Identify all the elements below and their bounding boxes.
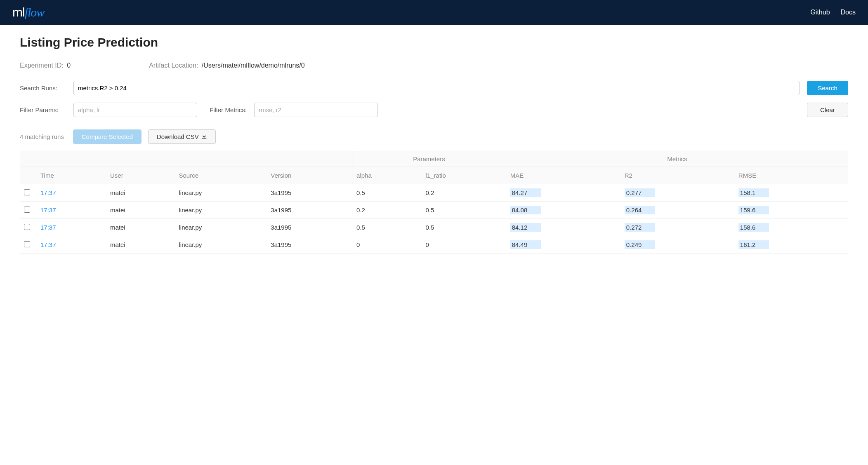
time-link[interactable]: 17:37 <box>40 207 56 214</box>
metric-value: 159.6 <box>738 206 769 214</box>
table-row: 17:37mateilinear.py3a19950.20.584.080.26… <box>20 202 848 219</box>
nav-link-docs[interactable]: Docs <box>841 9 856 16</box>
cell-time: 17:37 <box>36 219 106 236</box>
search-label: Search Runs: <box>20 85 66 92</box>
nav-link-github[interactable]: Github <box>810 9 830 16</box>
cell-alpha: 0.2 <box>352 202 422 219</box>
time-link[interactable]: 17:37 <box>40 241 56 248</box>
col-source[interactable]: Source <box>175 167 267 184</box>
cell-l1-ratio: 0.5 <box>422 202 506 219</box>
cell-l1-ratio: 0.5 <box>422 219 506 236</box>
page-title: Listing Price Prediction <box>20 35 848 49</box>
row-checkbox[interactable] <box>24 189 30 195</box>
col-time[interactable]: Time <box>36 167 106 184</box>
main-container: Listing Price Prediction Experiment ID: … <box>0 25 868 262</box>
metric-value: 0.272 <box>625 223 655 232</box>
col-group-blank <box>20 151 352 167</box>
cell-source: linear.py <box>175 184 267 202</box>
cell-source: linear.py <box>175 236 267 254</box>
row-checkbox-cell <box>20 219 36 236</box>
col-user[interactable]: User <box>106 167 175 184</box>
col-alpha[interactable]: alpha <box>352 167 422 184</box>
col-rmse[interactable]: RMSE <box>734 167 848 184</box>
cell-l1-ratio: 0.2 <box>422 184 506 202</box>
cell-r2: 0.272 <box>620 219 734 236</box>
cell-r2: 0.277 <box>620 184 734 202</box>
artifact-location-value: /Users/matei/mlflow/demo/mlruns/0 <box>202 62 305 69</box>
cell-r2: 0.264 <box>620 202 734 219</box>
cell-source: linear.py <box>175 202 267 219</box>
download-csv-button[interactable]: Download CSV <box>148 129 216 144</box>
metric-value: 84.08 <box>510 206 541 214</box>
matching-runs-count: 4 matching runs <box>20 133 64 140</box>
logo-text-flow: flow <box>25 5 45 19</box>
experiment-id: Experiment ID: 0 <box>20 62 71 69</box>
experiment-meta: Experiment ID: 0 Artifact Location: /Use… <box>20 62 848 69</box>
compare-selected-button[interactable]: Compare Selected <box>73 129 142 144</box>
cell-mae: 84.49 <box>506 236 620 254</box>
experiment-id-value: 0 <box>67 62 71 69</box>
cell-time: 17:37 <box>36 202 106 219</box>
metric-value: 158.6 <box>738 223 769 232</box>
search-button[interactable]: Search <box>807 81 848 95</box>
svg-rect-0 <box>202 138 206 139</box>
search-input[interactable] <box>73 81 800 95</box>
cell-l1-ratio: 0 <box>422 236 506 254</box>
table-row: 17:37mateilinear.py3a19950.50.284.270.27… <box>20 184 848 202</box>
col-l1-ratio[interactable]: l1_ratio <box>422 167 506 184</box>
filter-params-input[interactable] <box>73 103 197 117</box>
artifact-location-label: Artifact Location: <box>149 62 198 69</box>
row-checkbox[interactable] <box>24 207 30 213</box>
filter-metrics-input[interactable] <box>254 103 378 117</box>
table-row: 17:37mateilinear.py3a19950.50.584.120.27… <box>20 219 848 236</box>
row-checkbox[interactable] <box>24 224 30 230</box>
cell-mae: 84.27 <box>506 184 620 202</box>
cell-alpha: 0.5 <box>352 219 422 236</box>
cell-alpha: 0.5 <box>352 184 422 202</box>
download-icon <box>201 133 207 140</box>
cell-mae: 84.12 <box>506 219 620 236</box>
col-checkbox <box>20 167 36 184</box>
col-r2[interactable]: R2 <box>620 167 734 184</box>
cell-version: 3a1995 <box>267 184 352 202</box>
filter-params-label: Filter Params: <box>20 106 66 113</box>
row-checkbox[interactable] <box>24 241 30 247</box>
col-mae[interactable]: MAE <box>506 167 620 184</box>
cell-user: matei <box>106 236 175 254</box>
col-group-metrics: Metrics <box>506 151 848 167</box>
filter-row: Filter Params: Filter Metrics: Clear <box>20 103 848 117</box>
time-link[interactable]: 17:37 <box>40 224 56 231</box>
cell-alpha: 0 <box>352 236 422 254</box>
mlflow-logo: mlflow <box>12 5 44 19</box>
cell-mae: 84.08 <box>506 202 620 219</box>
cell-user: matei <box>106 219 175 236</box>
clear-button[interactable]: Clear <box>807 103 848 117</box>
cell-source: linear.py <box>175 219 267 236</box>
cell-rmse: 159.6 <box>734 202 848 219</box>
row-checkbox-cell <box>20 184 36 202</box>
runs-table: Parameters Metrics Time User Source Vers… <box>20 151 848 254</box>
filter-metrics-label: Filter Metrics: <box>210 106 247 113</box>
metric-value: 161.2 <box>738 240 769 249</box>
cell-rmse: 161.2 <box>734 236 848 254</box>
table-row: 17:37mateilinear.py3a19950084.490.249161… <box>20 236 848 254</box>
cell-rmse: 158.6 <box>734 219 848 236</box>
action-bar: 4 matching runs Compare Selected Downloa… <box>20 129 848 144</box>
search-row: Search Runs: Search <box>20 81 848 95</box>
metric-value: 158.1 <box>738 188 769 197</box>
logo-text-ml: ml <box>12 5 25 19</box>
metric-value: 0.277 <box>625 188 655 197</box>
col-group-parameters: Parameters <box>352 151 506 167</box>
top-navbar: mlflow Github Docs <box>0 0 868 25</box>
row-checkbox-cell <box>20 236 36 254</box>
time-link[interactable]: 17:37 <box>40 189 56 196</box>
metric-value: 84.49 <box>510 240 541 249</box>
nav-links: Github Docs <box>810 9 856 16</box>
cell-version: 3a1995 <box>267 219 352 236</box>
cell-time: 17:37 <box>36 236 106 254</box>
col-version[interactable]: Version <box>267 167 352 184</box>
metric-value: 0.249 <box>625 240 655 249</box>
metric-value: 84.12 <box>510 223 541 232</box>
cell-user: matei <box>106 202 175 219</box>
cell-time: 17:37 <box>36 184 106 202</box>
